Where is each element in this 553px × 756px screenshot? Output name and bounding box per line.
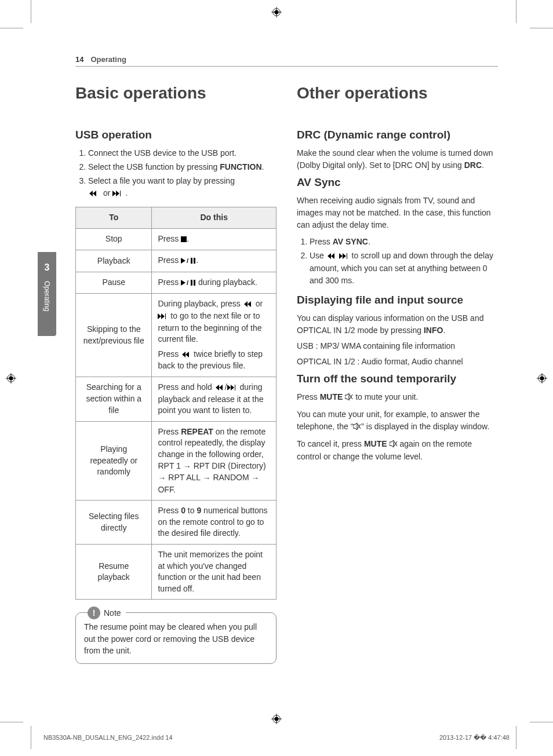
note-box: ! Note The resume point may be cleared w… — [75, 612, 276, 664]
arrow-right-icon: → — [183, 461, 191, 473]
list-item: Select the USB function by pressing FUNC… — [88, 161, 276, 173]
display-source-p1: You can display various information on t… — [297, 312, 498, 337]
mute-p2: You can mute your unit, for example, to … — [297, 408, 498, 433]
skip-back-icon — [181, 349, 191, 361]
heading-other-operations: Other operations — [297, 84, 498, 103]
mute-p3: To cancel it, press MUTE again on the re… — [297, 438, 498, 463]
page-footer: NB3530A-NB_DUSALLN_ENG_2422.indd 14 2013… — [43, 734, 510, 742]
skip-forward-icon — [227, 382, 238, 394]
heading-usb-operation: USB operation — [75, 129, 276, 141]
list-item: Use to scroll up and down through the de… — [310, 250, 498, 287]
header-section: Operating — [90, 55, 126, 64]
usb-steps: Connect the USB device to the USB port. … — [75, 147, 276, 200]
arrow-right-icon: → — [158, 473, 166, 484]
table-row: Playback Press /. — [76, 250, 276, 272]
avsync-text: When receiving audio signals from TV, so… — [297, 195, 498, 231]
svg-rect-16 — [181, 236, 187, 242]
play-pause-icon: / — [181, 277, 196, 289]
svg-rect-21 — [191, 280, 192, 286]
note-title: ! Note — [88, 607, 126, 619]
heading-mute: Turn off the sound temporarily — [297, 372, 498, 385]
heading-av-sync: AV Sync — [297, 176, 498, 189]
left-column: Basic operations USB operation Connect t… — [75, 84, 276, 664]
skip-forward-icon — [112, 188, 125, 200]
heading-basic-operations: Basic operations — [75, 84, 276, 103]
list-item: Connect the USB device to the USB port. — [88, 147, 276, 159]
table-row: Pause Press / during playback. — [76, 272, 276, 294]
list-item: Select a file you want to play by pressi… — [88, 175, 276, 200]
svg-rect-18 — [191, 258, 192, 264]
skip-forward-icon — [158, 311, 168, 323]
skip-back-icon — [243, 299, 253, 311]
footer-date: 2013-12-17 �� 4:47:48 — [439, 734, 510, 742]
note-badge-icon: ! — [88, 607, 100, 619]
stop-icon — [181, 234, 187, 246]
table-row: Stop Press . — [76, 228, 276, 250]
svg-text:/: / — [187, 280, 188, 286]
th-do: Do this — [152, 207, 276, 229]
mute-icon — [345, 392, 353, 404]
arrow-right-icon: → — [203, 473, 211, 484]
skip-back-icon — [88, 188, 101, 200]
skip-forward-icon — [339, 250, 350, 262]
display-source-p3: OPTICAL IN 1/2 : Audio format, Audio cha… — [297, 356, 498, 368]
svg-rect-22 — [194, 280, 195, 286]
operations-table: To Do this Stop Press . Playback Press /… — [75, 207, 276, 600]
avsync-steps: Press AV SYNC. Use to scroll up and down… — [297, 236, 498, 287]
heading-drc: DRC (Dynamic range control) — [297, 129, 498, 141]
th-to: To — [76, 207, 152, 229]
page-header: 14 Operating — [75, 55, 498, 67]
table-row: Skipping to the next/previous file Durin… — [76, 294, 276, 377]
drc-text: Make the sound clear when the volume is … — [297, 147, 498, 171]
heading-display-source: Displaying file and input source — [297, 294, 498, 306]
svg-rect-19 — [194, 258, 195, 264]
table-row: Playing repeatedly or randomly Press REP… — [76, 421, 276, 501]
skip-back-icon — [326, 250, 337, 262]
page-number: 14 — [75, 55, 83, 64]
play-pause-icon: / — [181, 255, 196, 267]
table-row: Searching for a section within a file Pr… — [76, 377, 276, 421]
right-column: Other operations DRC (Dynamic range cont… — [297, 84, 498, 664]
display-source-p2: USB : MP3/ WMA containing file informati… — [297, 340, 498, 352]
note-text: The resume point may be cleared when you… — [84, 622, 257, 655]
skip-back-icon — [214, 382, 225, 394]
mute-icon — [353, 421, 361, 433]
table-row: Selecting files directly Press 0 to 9 nu… — [76, 501, 276, 545]
svg-text:/: / — [187, 258, 188, 264]
mute-p1: Press MUTE to mute your unit. — [297, 391, 498, 404]
footer-file: NB3530A-NB_DUSALLN_ENG_2422.indd 14 — [43, 734, 173, 742]
arrow-right-icon: → — [252, 473, 260, 484]
table-row: Resume playback The unit memorizes the p… — [76, 545, 276, 600]
list-item: Press AV SYNC. — [310, 236, 498, 248]
mute-icon — [390, 439, 398, 451]
